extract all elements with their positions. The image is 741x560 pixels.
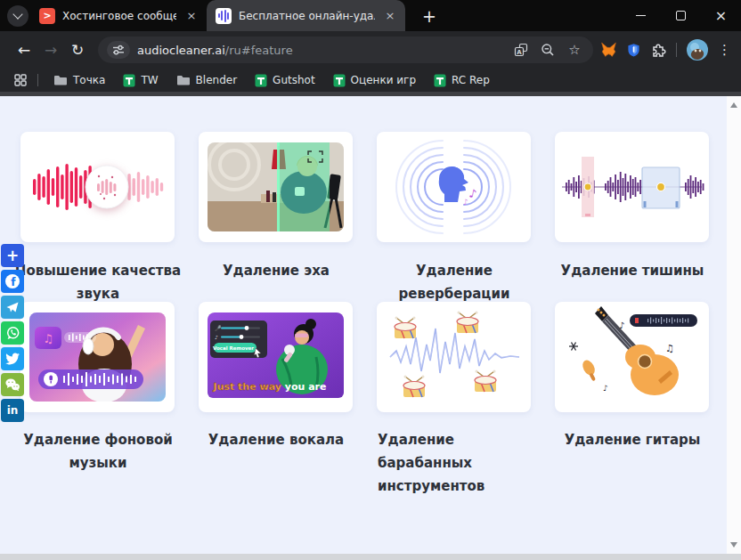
feature-label[interactable]: Удаление гитары [543,428,721,451]
back-button[interactable]: ← [11,37,37,63]
tab-close-icon[interactable]: × [382,8,398,24]
share-more-button[interactable]: + [1,244,24,267]
feature-label[interactable]: Удаление реверберации [365,259,543,305]
bookmark-tochka[interactable]: Точка [45,70,113,90]
forward-button[interactable]: → [37,37,64,63]
feature-label[interactable]: Удаление эха [187,259,365,282]
close-button[interactable]: × [701,0,741,31]
feature-label[interactable]: Повышение качества звука [9,259,187,305]
drum-icon [395,317,416,339]
window-bottom-edge [0,554,741,560]
tab-favicon-waveform-icon [216,8,232,24]
site-info-button[interactable] [107,41,130,59]
bookmark-gutshot[interactable]: Gutshot [247,70,323,90]
apps-grid-button[interactable] [11,74,30,86]
svg-text:♪: ♪ [619,321,624,330]
reload-button[interactable]: ↻ [64,37,91,63]
feature-card-vocal[interactable]: Just the way you are 🎤 ♪ [199,302,353,412]
bookmark-label: Оценки игр [351,74,416,86]
svg-text:A: A [517,49,522,56]
wechat-icon [4,377,20,392]
drum-icon [457,312,478,334]
shield-extension-button[interactable] [627,43,640,58]
new-tab-button[interactable]: + [416,6,443,26]
facebook-share-button[interactable]: f [1,270,24,293]
sheets-icon [434,74,446,87]
translate-icon: A [514,43,528,57]
url-text[interactable]: audiocleaner.ai/ru#feature [137,44,504,57]
metamask-fox-icon [600,42,617,58]
telegram-share-button[interactable] [1,296,24,319]
bookmark-game-ratings[interactable]: Оценки игр [325,70,424,90]
linkedin-share-button[interactable]: in [1,399,24,422]
sheets-icon [333,74,346,87]
tab-hosting-community[interactable]: > Хостинговое сообщество «Tim × [30,0,207,31]
feature-card-enhance[interactable] [20,132,175,242]
feature-card-bg-music[interactable]: ♫ [20,302,175,412]
bookmark-blender[interactable]: Blender [168,70,246,90]
whatsapp-icon [5,326,20,341]
bookmarks-bar: Точка TW Blender Gutshot [0,69,741,92]
whatsapp-share-button[interactable] [1,321,24,345]
shield-extension-icon [627,43,640,58]
zoom-out-button[interactable] [538,43,558,57]
drums-art [377,302,531,412]
svg-text:🎤: 🎤 [215,325,222,332]
feature-card-echo[interactable] [199,132,353,242]
svg-text:Just the way you: Just the way you are [213,381,327,393]
puzzle-icon [650,42,666,58]
toolbar-separator [676,43,677,57]
feature-label[interactable]: Удаление вокала [187,428,365,451]
tab-title: Хостинговое сообщество «Tim [62,10,176,22]
url-domain: audiocleaner.ai [137,44,225,57]
echo-photo-art [208,142,344,231]
wechat-share-button[interactable] [1,373,24,396]
feature-card-drums[interactable] [377,302,531,412]
tab-search-button[interactable] [7,5,28,27]
feature-label[interactable]: Удаление барабанных инструментов [378,428,538,498]
sheets-icon [123,74,135,87]
twitter-share-button[interactable] [1,347,24,370]
silence-art [555,132,709,242]
maximize-button[interactable] [661,0,701,31]
social-share-sidebar: + f [1,244,24,422]
profile-avatar[interactable] [687,39,708,61]
feature-card-silence[interactable] [555,132,709,242]
window-controls: × [621,0,741,31]
scroll-down-icon[interactable] [730,542,737,548]
metamask-extension-button[interactable] [600,42,617,58]
minimize-button[interactable] [621,0,661,31]
bookmark-label: RC Rep [452,74,490,86]
address-bar[interactable]: audiocleaner.ai/ru#feature A ☆ [98,37,593,63]
sparkle-icon [569,343,578,351]
toolbar: ← → ↻ audiocleaner.ai/ru#feature A [0,31,741,69]
bookmark-label: Gutshot [273,74,315,86]
sheets-icon [255,74,267,87]
chrome-menu-button[interactable]: ⋮ [718,42,730,58]
bookmark-star-button[interactable]: ☆ [565,42,584,58]
extensions-row: ⋮ [600,39,734,61]
tab-close-icon[interactable]: × [183,8,200,24]
tab-audiocleaner[interactable]: Бесплатное онлайн-удаление × [207,0,405,31]
svg-text:♪: ♪ [463,198,468,207]
bookmark-label: Blender [196,74,238,86]
svg-text:♫: ♫ [43,332,53,345]
vocal-photo-art: Just the way you are 🎤 ♪ [208,312,344,402]
translate-button[interactable]: A [511,43,531,57]
folder-icon [176,74,191,86]
feature-label[interactable]: Удаление тишины [543,259,721,282]
tune-icon [112,45,125,55]
bookmark-label: Точка [73,74,105,86]
bookmark-tw[interactable]: TW [115,70,166,90]
bg-music-photo-art: ♫ [29,312,166,402]
bookmark-rc-rep[interactable]: RC Rep [426,70,498,90]
feature-label[interactable]: Удаление фоновой музыки [9,428,187,475]
extensions-button[interactable] [650,42,666,58]
feature-card-reverb[interactable]: ♪ ♪ [377,132,531,242]
scroll-up-icon[interactable] [730,102,737,108]
page-scrollbar[interactable] [727,96,741,554]
chevron-down-icon [12,9,22,19]
feature-card-guitar[interactable]: ♪ ♫ ♪ [555,302,709,412]
twitter-icon [5,353,20,366]
facebook-icon: f [4,273,20,289]
